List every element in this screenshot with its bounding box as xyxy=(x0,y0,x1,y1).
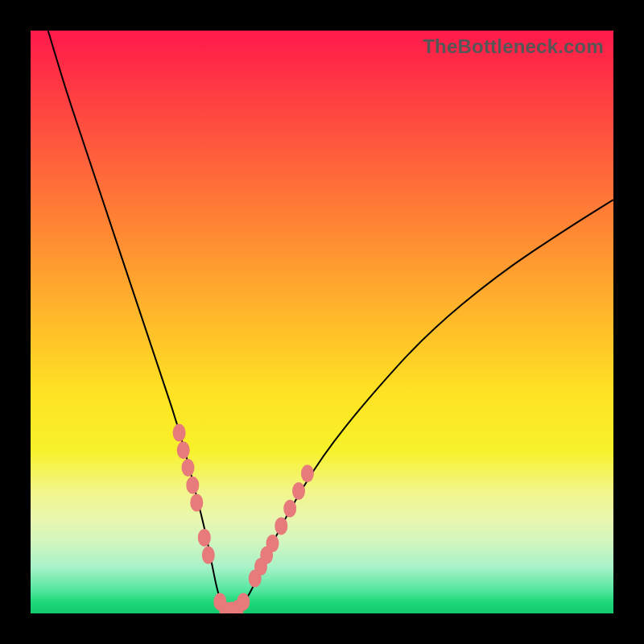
chart-svg xyxy=(31,31,613,613)
bottleneck-curve xyxy=(48,31,613,613)
bead-point xyxy=(186,477,199,494)
bead-point xyxy=(177,441,190,459)
bead-point xyxy=(190,493,203,511)
bead-point xyxy=(237,593,250,611)
bead-point xyxy=(275,517,287,535)
beads-group xyxy=(173,424,314,613)
bead-point xyxy=(283,500,296,518)
chart-frame: TheBottleneck.com xyxy=(0,0,644,644)
bead-point xyxy=(202,547,215,564)
plot-area: TheBottleneck.com xyxy=(31,31,613,613)
bead-point xyxy=(301,464,314,482)
bead-point xyxy=(173,424,186,442)
bead-point xyxy=(266,535,279,552)
bead-point xyxy=(198,529,211,547)
bead-point xyxy=(292,482,305,500)
bead-point xyxy=(182,459,195,477)
